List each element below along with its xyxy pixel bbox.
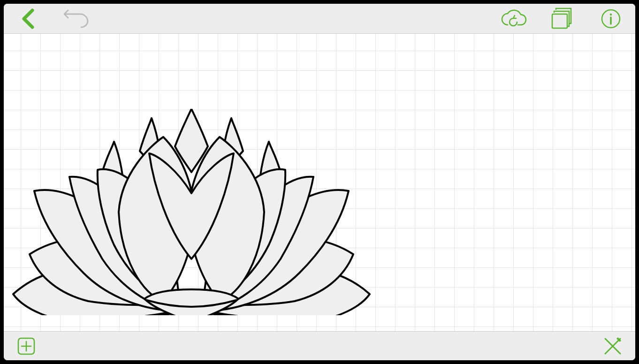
- cloud-sync-icon: [499, 8, 527, 30]
- cut-tool-button[interactable]: [601, 335, 624, 357]
- plus-square-icon: [17, 337, 36, 356]
- info-icon: [601, 9, 621, 29]
- cloud-sync-button[interactable]: [500, 6, 526, 32]
- top-toolbar: [4, 4, 635, 34]
- info-button[interactable]: [598, 6, 624, 32]
- app-frame: [4, 4, 635, 360]
- canvas-artwork[interactable]: [8, 109, 374, 315]
- bottom-toolbar: [4, 331, 635, 360]
- add-button[interactable]: [15, 335, 38, 357]
- cut-blade-icon: [602, 336, 623, 356]
- back-button[interactable]: [15, 6, 41, 32]
- undo-icon: [63, 9, 91, 28]
- layers-button[interactable]: [549, 6, 575, 32]
- svg-rect-0: [552, 14, 567, 28]
- undo-button[interactable]: [64, 6, 90, 32]
- chevron-left-icon: [20, 8, 36, 29]
- layers-icon: [550, 8, 574, 30]
- svg-point-2: [610, 13, 612, 15]
- design-canvas[interactable]: [4, 34, 635, 331]
